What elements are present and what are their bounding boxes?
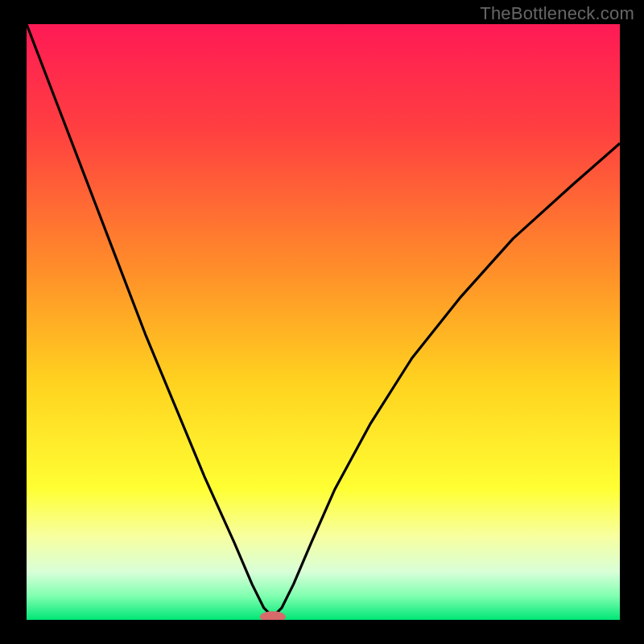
minimum-marker [260, 611, 286, 622]
bottleneck-chart [0, 0, 644, 644]
watermark-text: TheBottleneck.com [480, 3, 634, 24]
plot-background [27, 24, 620, 620]
